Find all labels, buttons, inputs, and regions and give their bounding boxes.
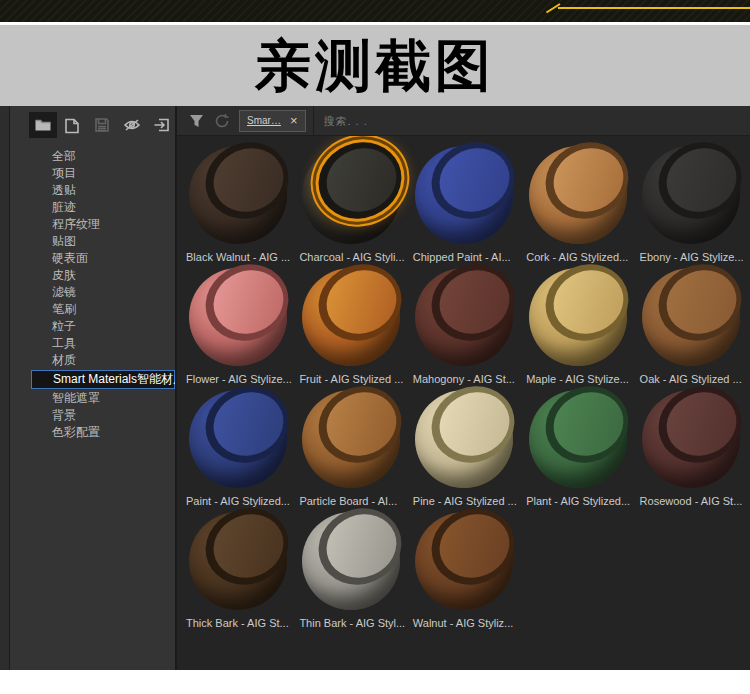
material-preview-sphere bbox=[529, 390, 627, 488]
material-label: Fruit - AIG Stylized ... bbox=[294, 366, 407, 385]
material-preview-sphere bbox=[642, 390, 740, 488]
material-card[interactable]: Thick Bark - AIG St... bbox=[181, 510, 294, 629]
app-window: 全部项目透贴脏迹程序纹理贴图硬表面皮肤滤镜笔刷粒子工具材质Smart Mater… bbox=[0, 106, 750, 670]
material-preview-sphere bbox=[302, 390, 400, 488]
material-preview-sphere bbox=[415, 390, 513, 488]
category-list: 全部项目透贴脏迹程序纹理贴图硬表面皮肤滤镜笔刷粒子工具材质Smart Mater… bbox=[10, 148, 175, 441]
sidebar-toolbar bbox=[10, 111, 175, 139]
material-preview-sphere bbox=[415, 268, 513, 366]
material-label: Charcoal - AIG Styli... bbox=[294, 244, 407, 263]
accent-line bbox=[558, 7, 750, 9]
material-card[interactable]: Flower - AIG Stylize... bbox=[181, 266, 294, 385]
sidebar-item[interactable]: 硬表面 bbox=[31, 250, 175, 267]
save-icon[interactable] bbox=[88, 112, 116, 138]
sidebar-item[interactable]: 透贴 bbox=[31, 182, 175, 199]
sidebar-item[interactable]: 色彩配置 bbox=[31, 424, 175, 441]
funnel-icon[interactable] bbox=[183, 108, 209, 134]
content-toolbar: Smar… × bbox=[177, 106, 750, 136]
filter-tag-chip[interactable]: Smar… × bbox=[239, 110, 306, 132]
material-card[interactable]: Maple - AIG Stylize... bbox=[521, 266, 634, 385]
material-card[interactable]: Walnut - AIG Styliz... bbox=[408, 510, 521, 629]
filter-tag-label: Smar… bbox=[247, 115, 281, 126]
material-label: Rosewood - AIG St... bbox=[635, 488, 748, 507]
material-card[interactable]: Chipped Paint - AI... bbox=[408, 144, 521, 263]
material-preview-sphere bbox=[302, 146, 400, 244]
sidebar-item[interactable]: 背景 bbox=[31, 407, 175, 424]
material-preview-sphere bbox=[189, 146, 287, 244]
material-preview-sphere bbox=[529, 146, 627, 244]
eye-slash-icon[interactable] bbox=[118, 112, 146, 138]
material-label: Oak - AIG Stylized ... bbox=[635, 366, 748, 385]
sidebar-item[interactable]: 全部 bbox=[31, 148, 175, 165]
material-label: Chipped Paint - AI... bbox=[408, 244, 521, 263]
material-preview-sphere bbox=[642, 268, 740, 366]
material-label: Walnut - AIG Styliz... bbox=[408, 610, 521, 629]
material-label: Cork - AIG Stylized... bbox=[521, 244, 634, 263]
sidebar-item[interactable]: 项目 bbox=[31, 165, 175, 182]
material-preview-sphere bbox=[189, 390, 287, 488]
material-preview-sphere bbox=[302, 512, 400, 610]
material-label: Pine - AIG Stylized ... bbox=[408, 488, 521, 507]
material-card[interactable]: Plant - AIG Stylized... bbox=[521, 388, 634, 507]
material-card[interactable]: Mahogony - AIG St... bbox=[408, 266, 521, 385]
material-label: Ebony - AIG Stylize... bbox=[635, 244, 748, 263]
sidebar-item[interactable]: 皮肤 bbox=[31, 267, 175, 284]
sidebar-item[interactable]: 程序纹理 bbox=[31, 216, 175, 233]
material-card[interactable]: Ebony - AIG Stylize... bbox=[635, 144, 748, 263]
material-label: Black Walnut - AIG ... bbox=[181, 244, 294, 263]
sidebar-item[interactable]: 智能遮罩 bbox=[31, 390, 175, 407]
material-preview-sphere bbox=[415, 512, 513, 610]
sidebar-item[interactable]: 滤镜 bbox=[31, 284, 175, 301]
material-preview-sphere bbox=[642, 146, 740, 244]
material-card[interactable]: Black Walnut - AIG ... bbox=[181, 144, 294, 263]
sidebar-item[interactable]: 笔刷 bbox=[31, 301, 175, 318]
sidebar-item[interactable]: 贴图 bbox=[31, 233, 175, 250]
top-decorative-strip bbox=[0, 0, 750, 22]
material-card[interactable]: Thin Bark - AIG Styl... bbox=[294, 510, 407, 629]
material-label: Flower - AIG Stylize... bbox=[181, 366, 294, 385]
sidebar-item[interactable]: 材质 bbox=[31, 352, 175, 369]
material-card[interactable]: Pine - AIG Stylized ... bbox=[408, 388, 521, 507]
page-title: 亲测截图 bbox=[255, 38, 495, 94]
left-edge-panel bbox=[0, 106, 10, 670]
material-preview-sphere bbox=[189, 268, 287, 366]
material-label: Thin Bark - AIG Styl... bbox=[294, 610, 407, 629]
material-grid: Black Walnut - AIG ...Charcoal - AIG Sty… bbox=[177, 136, 750, 670]
new-file-icon[interactable] bbox=[59, 112, 87, 138]
sidebar-item[interactable]: 脏迹 bbox=[31, 199, 175, 216]
search-input[interactable] bbox=[324, 115, 723, 127]
material-card[interactable]: Cork - AIG Stylized... bbox=[521, 144, 634, 263]
material-label: Particle Board - AI... bbox=[294, 488, 407, 507]
material-preview-sphere bbox=[415, 146, 513, 244]
material-card[interactable]: Charcoal - AIG Styli... bbox=[294, 144, 407, 263]
material-label: Thick Bark - AIG St... bbox=[181, 610, 294, 629]
sidebar-item[interactable]: Smart Materials智能材质 bbox=[31, 370, 175, 389]
material-card[interactable]: Rosewood - AIG St... bbox=[635, 388, 748, 507]
material-preview-sphere bbox=[302, 268, 400, 366]
search-area bbox=[313, 106, 745, 136]
close-icon[interactable]: × bbox=[290, 114, 298, 127]
sidebar-item[interactable]: 粒子 bbox=[31, 318, 175, 335]
material-preview-sphere bbox=[529, 268, 627, 366]
material-label: Mahogony - AIG St... bbox=[408, 366, 521, 385]
shelf-content: Smar… × Black Walnut - AIG ...Charcoal -… bbox=[177, 106, 750, 670]
folder-icon[interactable] bbox=[29, 112, 57, 138]
banner: 亲测截图 bbox=[0, 25, 750, 106]
refresh-icon[interactable] bbox=[209, 108, 235, 134]
material-label: Paint - AIG Stylized... bbox=[181, 488, 294, 507]
material-preview-sphere bbox=[189, 512, 287, 610]
material-label: Maple - AIG Stylize... bbox=[521, 366, 634, 385]
import-icon[interactable] bbox=[147, 112, 175, 138]
shelf-sidebar: 全部项目透贴脏迹程序纹理贴图硬表面皮肤滤镜笔刷粒子工具材质Smart Mater… bbox=[10, 106, 177, 670]
sidebar-item[interactable]: 工具 bbox=[31, 335, 175, 352]
material-card[interactable]: Particle Board - AI... bbox=[294, 388, 407, 507]
material-card[interactable]: Paint - AIG Stylized... bbox=[181, 388, 294, 507]
material-label: Plant - AIG Stylized... bbox=[521, 488, 634, 507]
material-card[interactable]: Fruit - AIG Stylized ... bbox=[294, 266, 407, 385]
material-card[interactable]: Oak - AIG Stylized ... bbox=[635, 266, 748, 385]
